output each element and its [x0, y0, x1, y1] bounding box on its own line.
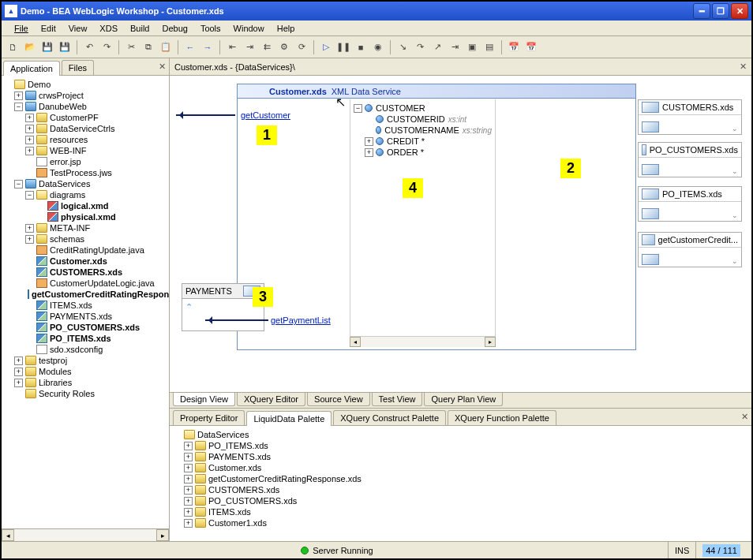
tab-files[interactable]: Files: [62, 60, 94, 75]
chevron-down-icon[interactable]: ⌄: [732, 211, 738, 219]
tree-dsctrls[interactable]: DataServiceCtrls: [50, 124, 115, 133]
cal2-icon[interactable]: 📅: [523, 39, 539, 55]
stepover-icon[interactable]: ↷: [412, 39, 428, 55]
getpaymentlist-link[interactable]: getPaymentList: [271, 315, 331, 325]
menu-file[interactable]: File: [8, 22, 35, 35]
palette-root[interactable]: DataServices: [197, 430, 249, 439]
close-button[interactable]: ✕: [731, 3, 748, 19]
palette-item[interactable]: PO_CUSTOMERS.xds: [208, 496, 297, 506]
cal1-icon[interactable]: 📅: [506, 39, 522, 55]
chevron-down-icon[interactable]: ⌄: [732, 125, 738, 133]
back-icon[interactable]: ←: [182, 39, 198, 55]
menu-view[interactable]: View: [62, 22, 94, 35]
tree-physical[interactable]: physical.xmd: [61, 212, 116, 222]
tree-schemas[interactable]: schemas: [50, 234, 84, 244]
dedent-icon[interactable]: ⇇: [259, 39, 275, 55]
expander-icon[interactable]: −: [354, 104, 362, 113]
scroll-right-icon[interactable]: ▸: [485, 337, 496, 347]
save-icon[interactable]: 💾: [39, 39, 55, 55]
expander-icon[interactable]: −: [25, 191, 34, 200]
tab-source-view[interactable]: Source View: [307, 393, 370, 406]
menu-debug[interactable]: Debug: [155, 22, 193, 35]
tree-getcredit[interactable]: getCustomerCreditRatingResponse.xds: [32, 289, 169, 299]
menu-build[interactable]: Build: [124, 22, 155, 35]
copy-icon[interactable]: ⧉: [140, 39, 156, 55]
bottom-close-icon[interactable]: ✕: [741, 412, 748, 422]
palette-item[interactable]: Customer.xds: [208, 463, 261, 472]
tree-customer[interactable]: Customer.xds: [50, 256, 107, 266]
redo-icon[interactable]: ↷: [99, 39, 114, 55]
expander-icon[interactable]: +: [184, 475, 193, 483]
stepin-icon[interactable]: ↘: [395, 39, 410, 55]
tab-query-plan[interactable]: Query Plan View: [424, 393, 503, 406]
maximize-button[interactable]: ❐: [712, 3, 729, 19]
expander-icon[interactable]: −: [14, 180, 23, 189]
tree-scrollbar[interactable]: ◂ ▸: [2, 528, 169, 541]
tree-testproj[interactable]: testproj: [39, 356, 67, 365]
expander-icon[interactable]: +: [365, 148, 373, 157]
outdent-icon[interactable]: ⇤: [224, 39, 240, 55]
runto-icon[interactable]: ⇥: [447, 39, 463, 55]
chevron-down-icon[interactable]: ⌄: [732, 167, 738, 175]
ext-customers[interactable]: CUSTOMERS.xds ⌄: [638, 99, 742, 135]
tree-resources[interactable]: resources: [50, 135, 88, 144]
expander-icon[interactable]: +: [184, 486, 193, 495]
expander-icon[interactable]: +: [14, 357, 23, 365]
menu-window[interactable]: Window: [227, 22, 271, 35]
expander-icon[interactable]: +: [184, 519, 193, 528]
indent-icon[interactable]: ⇥: [242, 39, 257, 55]
tab-liquiddata-palette[interactable]: LiquidData Palette: [246, 411, 332, 426]
minimize-button[interactable]: ━: [693, 3, 710, 19]
palette-item[interactable]: Customer1.xds: [208, 518, 267, 528]
menu-xds[interactable]: XDS: [93, 22, 124, 35]
expander-icon[interactable]: +: [25, 136, 34, 144]
expander-icon[interactable]: +: [184, 442, 193, 450]
tree-libraries[interactable]: Libraries: [39, 378, 72, 387]
breakpoint-icon[interactable]: ◉: [370, 39, 386, 55]
tree-sdo[interactable]: sdo.xsdconfig: [50, 345, 103, 354]
tree-diagrams[interactable]: diagrams: [50, 190, 85, 200]
palette-item[interactable]: PAYMENTS.xds: [208, 452, 271, 461]
palette-item[interactable]: ITEMS.xds: [208, 507, 251, 517]
tree-errorjsp[interactable]: error.jsp: [50, 157, 81, 166]
debug1-icon[interactable]: ▣: [464, 39, 480, 55]
schema-customer[interactable]: CUSTOMER: [376, 103, 425, 113]
schema-order[interactable]: ORDER *: [387, 147, 424, 157]
tree-metainf[interactable]: META-INF: [50, 223, 90, 233]
sync-icon[interactable]: ⟳: [294, 39, 309, 55]
tab-xquery-construct[interactable]: XQuery Construct Palette: [333, 410, 446, 425]
ext-pocustomers[interactable]: PO_CUSTOMERS.xds ⌄: [638, 142, 742, 177]
schema-custid[interactable]: CUSTOMERID: [387, 114, 445, 124]
forward-icon[interactable]: →: [200, 39, 215, 55]
expander-icon[interactable]: +: [25, 147, 34, 155]
paste-icon[interactable]: 📋: [158, 39, 174, 55]
menu-edit[interactable]: Edit: [35, 22, 62, 35]
new-icon[interactable]: 🗋: [5, 39, 21, 55]
tab-design-view[interactable]: Design View: [173, 393, 235, 406]
expander-icon[interactable]: +: [184, 508, 193, 517]
menu-tools[interactable]: Tools: [194, 22, 227, 35]
expander-icon[interactable]: +: [14, 368, 23, 376]
chevron-down-icon[interactable]: ⌄: [732, 257, 738, 265]
project-tree[interactable]: Demo +crwsProject −DanubeWeb +CustomerPF…: [2, 76, 169, 528]
schema-custname[interactable]: CUSTOMERNAME: [384, 125, 459, 135]
expander-icon[interactable]: +: [25, 114, 34, 122]
tab-application[interactable]: Application: [3, 61, 60, 76]
pause-icon[interactable]: ❚❚: [335, 39, 351, 55]
tree-security[interactable]: Security Roles: [39, 389, 95, 398]
editor-close-icon[interactable]: ✕: [740, 62, 747, 72]
tab-xquery-editor[interactable]: XQuery Editor: [237, 393, 305, 406]
expander-icon[interactable]: +: [25, 235, 34, 244]
tree-payments[interactable]: PAYMENTS.xds: [50, 312, 112, 321]
schema-credit[interactable]: CREDIT *: [387, 136, 425, 146]
tree-dataservices[interactable]: DataServices: [39, 179, 90, 189]
expander-icon[interactable]: +: [14, 379, 23, 387]
expander-icon[interactable]: −: [14, 103, 23, 111]
stepout-icon[interactable]: ↗: [429, 39, 445, 55]
open-icon[interactable]: 📂: [22, 39, 38, 55]
tab-test-view[interactable]: Test View: [372, 393, 423, 406]
schema-scrollbar[interactable]: ◂ ▸: [350, 336, 496, 347]
tree-poitems[interactable]: PO_ITEMS.xds: [50, 334, 111, 343]
expander-icon[interactable]: +: [14, 91, 23, 100]
tree-logical[interactable]: logical.xmd: [61, 201, 109, 211]
